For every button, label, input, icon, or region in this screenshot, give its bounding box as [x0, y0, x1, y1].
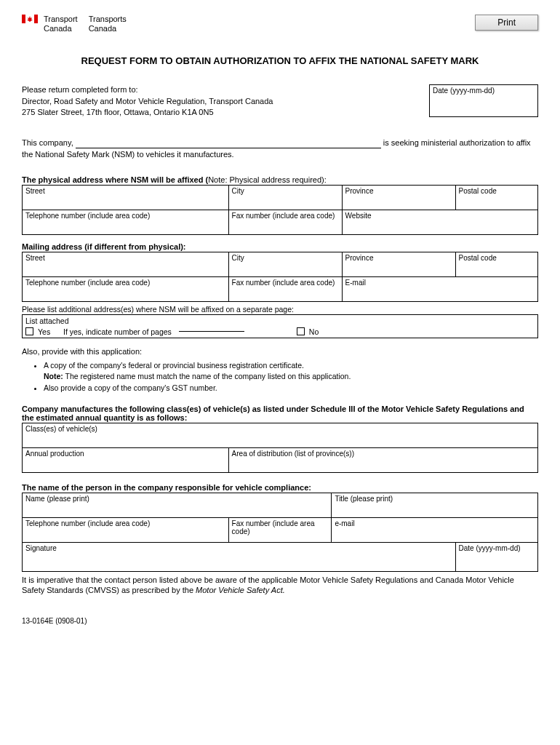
also-provide-heading: Also, provide with this application:: [22, 347, 538, 356]
physical-heading: The physical address where NSM will be a…: [22, 175, 538, 184]
dept-en-line2: Canada: [44, 24, 78, 33]
imperative-italic: Motor Vehicle Safety Act.: [196, 586, 285, 594]
date-label: Date (yyyy-mm-dd): [433, 87, 495, 95]
mailing-city-label: City: [232, 254, 244, 262]
physical-address-table: Street City Province Postal code Telepho…: [22, 185, 538, 235]
return-line3: 275 Slater Street, 17th floor, Ottawa, O…: [22, 107, 273, 118]
classes-label: Class(es) of vehicle(s): [25, 425, 97, 433]
bullet-list: A copy of the company's federal or provi…: [44, 360, 538, 394]
bullet-1: A copy of the company's federal or provi…: [44, 360, 538, 383]
bullet-1-note: The registered name must match the name …: [63, 372, 351, 381]
mailing-postal-field[interactable]: Postal code: [455, 252, 537, 276]
classes-heading: Company manufactures the following class…: [22, 405, 538, 422]
bullet-2: Also provide a copy of the company's GST…: [44, 383, 538, 394]
physical-website-label: Website: [345, 212, 372, 220]
header-left: Transport Canada Transports Canada: [22, 15, 127, 33]
mailing-heading: Mailing address (if different from physi…: [22, 242, 538, 251]
list-attached-label: List attached: [25, 316, 535, 325]
mailing-city-field[interactable]: City: [228, 252, 342, 276]
yes-label: Yes: [38, 327, 50, 336]
mailing-telephone-label: Telephone number (include area code): [25, 279, 150, 287]
distribution-area-field[interactable]: Area of distribution (list of province(s…: [228, 447, 537, 472]
company-suffix: is seeking ministerial authorization to …: [381, 138, 531, 147]
dept-fr-line1: Transports: [89, 15, 127, 24]
imperative-line1: It is imperative that the contact person…: [22, 575, 514, 584]
mailing-postal-label: Postal code: [459, 254, 497, 262]
mailing-email-label: E-mail: [345, 279, 366, 287]
canada-flag-icon: [22, 15, 38, 23]
classes-heading-line2: the estimated annual quantity is as foll…: [22, 413, 538, 422]
mailing-email-field[interactable]: E-mail: [342, 276, 537, 301]
mailing-province-field[interactable]: Province: [342, 252, 455, 276]
date-field[interactable]: Date (yyyy-mm-dd): [429, 84, 538, 117]
responsible-email-label: e-mail: [335, 519, 354, 527]
list-attached-box: List attached Yes If yes, indicate numbe…: [22, 314, 538, 338]
company-line2: the National Safety Mark (NSM) to vehicl…: [22, 150, 234, 159]
physical-street-label: Street: [25, 187, 45, 195]
physical-street-field[interactable]: Street: [23, 185, 229, 210]
responsible-name-field[interactable]: Name (please print): [23, 493, 332, 517]
mailing-street-label: Street: [25, 254, 45, 262]
imperative-line2: Safety Standards (CMVSS) as prescribed b…: [22, 586, 196, 594]
physical-fax-label: Fax number (include area code): [232, 212, 335, 220]
physical-city-label: City: [232, 187, 244, 195]
no-checkbox[interactable]: [297, 327, 305, 335]
company-sentence: This company, is seeking ministerial aut…: [22, 137, 538, 161]
mailing-telephone-field[interactable]: Telephone number (include area code): [23, 276, 229, 301]
company-prefix: This company,: [22, 138, 76, 147]
form-number: 13-0164E (0908-01): [22, 617, 538, 625]
return-line1: Please return completed form to:: [22, 84, 273, 95]
responsible-date-label: Date (yyyy-mm-dd): [459, 544, 521, 552]
yes-checkbox[interactable]: [25, 327, 33, 335]
physical-city-field[interactable]: City: [228, 185, 342, 210]
annual-production-field[interactable]: Annual production: [23, 447, 229, 472]
return-line2: Director, Road Safety and Motor Vehicle …: [22, 96, 273, 107]
physical-heading-bold: The physical address where NSM will be a…: [22, 175, 208, 184]
responsible-telephone-field[interactable]: Telephone number (include area code): [23, 517, 229, 542]
dept-en-line1: Transport: [44, 15, 78, 24]
pages-blank[interactable]: [179, 331, 244, 332]
physical-heading-note: Note: Physical address required):: [208, 175, 327, 184]
annual-production-label: Annual production: [25, 450, 84, 458]
responsible-email-field[interactable]: e-mail: [332, 517, 538, 542]
document-header: Transport Canada Transports Canada Print: [22, 15, 538, 33]
mailing-fax-label: Fax number (include area code): [232, 279, 335, 287]
responsible-fax-field[interactable]: Fax number (include area code): [228, 517, 332, 542]
physical-telephone-label: Telephone number (include area code): [25, 212, 150, 220]
responsible-title-label: Title (please print): [335, 495, 393, 503]
distribution-area-label: Area of distribution (list of province(s…: [232, 450, 354, 458]
intro-row: Please return completed form to: Directo…: [22, 84, 538, 118]
responsible-name-label: Name (please print): [25, 495, 89, 503]
classes-field[interactable]: Class(es) of vehicle(s): [23, 423, 538, 447]
dept-fr-line2: Canada: [89, 24, 127, 33]
return-address: Please return completed form to: Directo…: [22, 84, 273, 118]
classes-table: Class(es) of vehicle(s) Annual productio…: [22, 423, 538, 473]
physical-province-field[interactable]: Province: [342, 185, 455, 210]
no-label: No: [309, 327, 319, 336]
physical-website-field[interactable]: Website: [342, 210, 537, 234]
responsible-table: Name (please print) Title (please print)…: [22, 493, 538, 572]
department-text: Transport Canada Transports Canada: [44, 15, 127, 33]
mailing-address-table: Street City Province Postal code Telepho…: [22, 252, 538, 302]
signature-label: Signature: [25, 544, 57, 552]
page-title: REQUEST FORM TO OBTAIN AUTHORIZATION TO …: [22, 55, 538, 66]
mailing-fax-field[interactable]: Fax number (include area code): [228, 276, 342, 301]
responsible-heading: The name of the person in the company re…: [22, 483, 538, 492]
physical-telephone-field[interactable]: Telephone number (include area code): [23, 210, 229, 234]
responsible-telephone-label: Telephone number (include area code): [25, 519, 150, 527]
responsible-date-field[interactable]: Date (yyyy-mm-dd): [455, 542, 537, 571]
physical-postal-field[interactable]: Postal code: [455, 185, 537, 210]
print-button[interactable]: Print: [475, 15, 538, 31]
company-name-blank[interactable]: [76, 148, 381, 148]
responsible-title-field[interactable]: Title (please print): [332, 493, 538, 517]
signature-field[interactable]: Signature: [23, 542, 456, 571]
yes-text: If yes, indicate number of pages: [63, 327, 172, 336]
mailing-province-label: Province: [345, 254, 374, 262]
svg-rect-2: [34, 15, 38, 23]
mailing-street-field[interactable]: Street: [23, 252, 229, 276]
classes-heading-line1: Company manufactures the following class…: [22, 405, 538, 413]
bullet-1-text: A copy of the company's federal or provi…: [44, 361, 304, 370]
responsible-fax-label: Fax number (include area code): [232, 519, 315, 535]
physical-province-label: Province: [345, 187, 374, 195]
physical-fax-field[interactable]: Fax number (include area code): [228, 210, 342, 234]
